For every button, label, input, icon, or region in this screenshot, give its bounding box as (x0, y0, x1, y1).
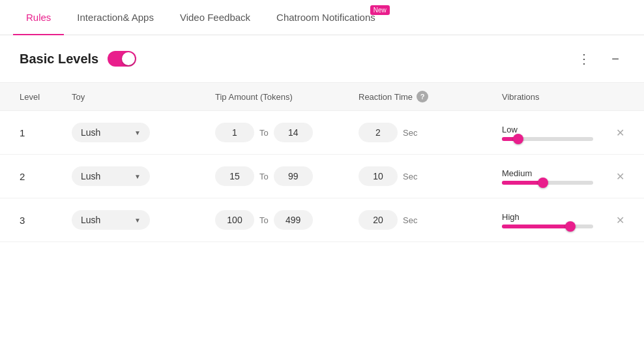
sec-label: Sec (403, 172, 417, 181)
reaction-time-field: Sec (359, 166, 502, 186)
levels-table: Level Toy Tip Amount (Tokens) Reaction T… (0, 82, 644, 242)
level-number: 1 (20, 127, 72, 138)
vibration-slider[interactable] (502, 137, 593, 141)
reaction-time-input[interactable] (359, 210, 398, 230)
tip-to-input[interactable] (274, 166, 313, 186)
toy-selector[interactable]: Lush ▼ (72, 210, 215, 230)
section-title: Basic Levels (20, 52, 98, 67)
level-number: 3 (20, 215, 72, 226)
vibration-level-label: Low (502, 125, 605, 134)
reaction-time-input[interactable] (359, 123, 398, 142)
toy-name: Lush (81, 215, 100, 225)
tab-chatroom-wrapper: Chatroom Notifications New (263, 0, 388, 35)
section-title-area: Basic Levels (20, 51, 136, 67)
tab-interaction-apps[interactable]: Interaction& Apps (64, 0, 167, 35)
col-tip-amount: Tip Amount (Tokens) (215, 91, 359, 102)
new-badge: New (370, 5, 390, 15)
chevron-down-icon: ▼ (134, 217, 141, 224)
basic-levels-toggle[interactable] (108, 51, 136, 67)
table-body: 1 Lush ▼ To Sec Low ✕ 2 Lu (0, 111, 644, 242)
level-number: 2 (20, 171, 72, 182)
slider-fill (502, 225, 570, 228)
sec-label: Sec (403, 128, 417, 138)
tip-from-input[interactable] (215, 166, 254, 186)
remove-level-button[interactable]: ✕ (616, 214, 624, 226)
table-row: 3 Lush ▼ To Sec High ✕ (0, 198, 644, 242)
collapse-button[interactable]: − (606, 49, 624, 69)
toy-selector[interactable]: Lush ▼ (72, 166, 215, 186)
to-label: To (259, 215, 269, 225)
col-toy: Toy (72, 91, 215, 102)
toy-name: Lush (81, 171, 100, 181)
chevron-down-icon: ▼ (134, 173, 141, 180)
col-vibrations: Vibrations (502, 91, 624, 102)
tip-from-input[interactable] (215, 123, 254, 142)
tip-amount-range: To (215, 166, 359, 186)
col-reaction-time: Reaction Time ? (359, 91, 502, 102)
col-level: Level (20, 91, 72, 102)
remove-level-button[interactable]: ✕ (616, 170, 624, 183)
tab-video-feedback[interactable]: Video Feedback (167, 0, 263, 35)
vibration-level-label: Medium (502, 168, 605, 178)
toggle-knob (122, 52, 135, 65)
slider-fill (502, 181, 543, 185)
slider-thumb[interactable] (513, 134, 523, 144)
vibration-control: Low ✕ (502, 125, 624, 141)
tab-rules[interactable]: Rules (13, 0, 64, 35)
toy-name: Lush (81, 127, 100, 138)
tip-to-input[interactable] (274, 123, 313, 142)
tip-amount-range: To (215, 210, 359, 230)
vibration-slider[interactable] (502, 225, 593, 228)
reaction-time-input[interactable] (359, 166, 398, 186)
slider-thumb[interactable] (538, 178, 548, 188)
table-row: 1 Lush ▼ To Sec Low ✕ (0, 111, 644, 155)
reaction-time-field: Sec (359, 123, 502, 142)
table-header: Level Toy Tip Amount (Tokens) Reaction T… (0, 82, 644, 111)
table-row: 2 Lush ▼ To Sec Medium ✕ (0, 155, 644, 198)
to-label: To (259, 172, 269, 181)
reaction-time-help-icon[interactable]: ? (417, 91, 428, 102)
more-options-button[interactable]: ⋮ (572, 48, 596, 69)
vibration-control: Medium ✕ (502, 168, 624, 185)
to-label: To (259, 128, 269, 138)
tip-from-input[interactable] (215, 210, 254, 230)
section-actions: ⋮ − (572, 48, 624, 69)
tip-amount-range: To (215, 123, 359, 142)
vibration-slider[interactable] (502, 181, 593, 185)
slider-thumb[interactable] (565, 221, 576, 232)
vibration-level-label: High (502, 212, 605, 222)
tip-to-input[interactable] (274, 210, 313, 230)
remove-level-button[interactable]: ✕ (616, 127, 624, 139)
vibration-control: High ✕ (502, 212, 624, 228)
sec-label: Sec (403, 215, 417, 225)
reaction-time-field: Sec (359, 210, 502, 230)
section-header: Basic Levels ⋮ − (0, 35, 644, 82)
nav-tabs: Rules Interaction& Apps Video Feedback C… (0, 0, 644, 35)
toy-selector[interactable]: Lush ▼ (72, 123, 215, 142)
tab-chatroom-notifications[interactable]: Chatroom Notifications (263, 0, 388, 35)
chevron-down-icon: ▼ (134, 129, 141, 136)
